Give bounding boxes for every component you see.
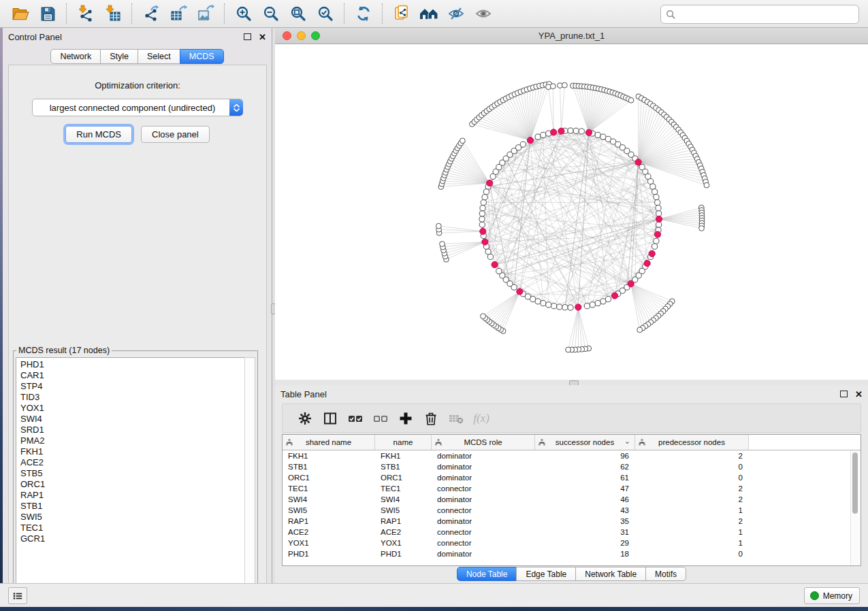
leaf-node[interactable] <box>436 223 441 229</box>
tab-network[interactable]: Network <box>50 49 101 64</box>
mcds-result-item[interactable]: PMA2 <box>16 435 245 446</box>
network-node[interactable] <box>579 129 584 134</box>
dominator-node[interactable] <box>635 159 641 165</box>
network-node[interactable] <box>573 128 579 133</box>
network-node[interactable] <box>481 200 486 205</box>
network-node[interactable] <box>656 205 661 211</box>
delete-columns-button[interactable] <box>419 407 443 430</box>
network-node[interactable] <box>600 134 606 139</box>
toggle-columns-button[interactable] <box>319 407 342 430</box>
network-node[interactable] <box>605 297 611 302</box>
network-node[interactable] <box>650 184 656 189</box>
network-node[interactable] <box>595 132 600 137</box>
tab-select[interactable]: Select <box>138 49 180 64</box>
tab-style[interactable]: Style <box>100 49 138 64</box>
network-node[interactable] <box>557 304 562 310</box>
network-node[interactable] <box>535 299 541 304</box>
deselect-all-rows-button[interactable] <box>369 407 392 430</box>
mcds-result-item[interactable]: ACE2 <box>16 457 245 468</box>
column-header-predecessor-nodes[interactable]: predecessor nodes <box>635 435 749 450</box>
tab-node-table[interactable]: Node Table <box>457 567 517 581</box>
dominator-node[interactable] <box>480 229 486 235</box>
table-row[interactable]: SWI4SWI4dominator462 <box>283 494 861 505</box>
function-builder-button[interactable]: f(x) <box>470 407 493 430</box>
task-history-button[interactable] <box>8 587 27 604</box>
network-node[interactable] <box>655 200 660 205</box>
network-node[interactable] <box>656 222 662 227</box>
table-row[interactable]: RAP1RAP1dominator352 <box>283 516 861 527</box>
select-all-rows-button[interactable] <box>344 407 367 430</box>
refresh-view-button[interactable] <box>351 2 376 25</box>
mcds-result-item[interactable]: TID3 <box>16 392 245 403</box>
network-node[interactable] <box>541 132 546 137</box>
table-options-button[interactable] <box>293 407 317 430</box>
network-node[interactable] <box>496 268 502 274</box>
network-node[interactable] <box>648 179 654 184</box>
dominator-node[interactable] <box>527 137 533 144</box>
dominator-node[interactable] <box>654 231 660 237</box>
table-row[interactable]: SWI5SWI5connector431 <box>283 505 861 516</box>
dominator-node[interactable] <box>585 129 592 135</box>
dominator-node[interactable] <box>482 239 488 245</box>
network-node[interactable] <box>652 244 658 249</box>
mcds-result-item[interactable]: STB5 <box>16 468 245 479</box>
delete-table-button[interactable] <box>445 407 468 430</box>
show-graphics-details-button[interactable] <box>471 2 496 25</box>
network-node[interactable] <box>652 189 658 195</box>
mcds-result-item[interactable]: FKH1 <box>16 446 245 457</box>
hide-graphics-details-button[interactable] <box>444 2 468 25</box>
network-node[interactable] <box>487 254 493 259</box>
mcds-result-item[interactable]: STP4 <box>16 381 245 392</box>
dominator-node[interactable] <box>644 260 650 266</box>
share-document-button[interactable] <box>389 2 414 25</box>
run-mcds-button[interactable]: Run MCDS <box>65 126 132 143</box>
network-node[interactable] <box>590 302 595 308</box>
network-node[interactable] <box>568 128 573 133</box>
mcds-result-item[interactable]: SRD1 <box>16 425 245 435</box>
leaf-node[interactable] <box>628 98 634 103</box>
mcds-result-item[interactable]: TEC1 <box>16 523 245 533</box>
zoom-selected-button[interactable] <box>313 2 338 25</box>
close-panel-icon[interactable]: ✕ <box>855 390 863 399</box>
memory-button[interactable]: Memory <box>804 587 860 604</box>
dominator-node[interactable] <box>611 293 617 299</box>
tab-motifs[interactable]: Motifs <box>645 567 686 581</box>
mcds-result-scrollbar[interactable] <box>244 357 255 591</box>
dominator-node[interactable] <box>649 250 655 257</box>
network-node[interactable] <box>568 305 573 310</box>
tab-network-table[interactable]: Network Table <box>575 567 646 581</box>
create-column-button[interactable] <box>394 407 417 430</box>
mcds-result-item[interactable]: SWI4 <box>16 414 245 425</box>
open-session-button[interactable] <box>8 2 33 25</box>
dominator-node[interactable] <box>551 129 557 135</box>
network-node[interactable] <box>584 303 590 309</box>
network-node[interactable] <box>483 189 489 195</box>
network-node[interactable] <box>479 216 485 222</box>
import-table-button[interactable] <box>101 2 125 25</box>
network-node[interactable] <box>535 134 541 139</box>
home-button[interactable] <box>417 2 441 25</box>
float-panel-icon[interactable] <box>840 391 848 397</box>
import-network-button[interactable] <box>74 2 98 25</box>
scrollbar-thumb[interactable] <box>852 452 858 514</box>
mcds-result-item[interactable]: CAR1 <box>16 370 245 381</box>
criterion-dropdown[interactable]: largest connected component (undirected) <box>32 99 243 116</box>
leaf-node[interactable] <box>637 327 643 333</box>
network-node[interactable] <box>656 211 662 216</box>
column-header-MCDS-role[interactable]: MCDS role <box>432 435 535 450</box>
network-node[interactable] <box>541 301 546 306</box>
zoom-out-button[interactable] <box>259 2 283 25</box>
zoom-in-button[interactable] <box>231 2 256 25</box>
network-graph-canvas[interactable] <box>275 44 868 380</box>
leaf-node[interactable] <box>460 138 466 144</box>
network-window-titlebar[interactable]: YPA_prune.txt_1 <box>275 28 868 44</box>
table-row[interactable]: ACE2ACE2connector311 <box>283 527 861 538</box>
network-node[interactable] <box>482 195 487 200</box>
search-box[interactable] <box>660 5 859 24</box>
mcds-result-item[interactable]: RAP1 <box>16 490 245 501</box>
dominator-node[interactable] <box>517 288 523 295</box>
leaf-node[interactable] <box>566 347 571 352</box>
dominator-node[interactable] <box>558 128 564 134</box>
sort-indicator-icon[interactable]: ⌄ <box>624 437 630 446</box>
save-session-button[interactable] <box>35 2 60 25</box>
